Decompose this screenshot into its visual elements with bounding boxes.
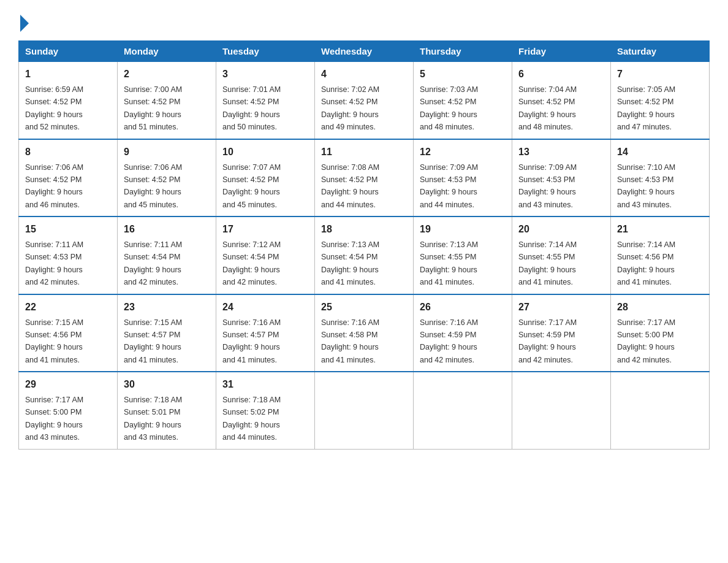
day-info: Sunrise: 7:11 AMSunset: 4:54 PMDaylight:…	[124, 240, 182, 286]
day-number: 10	[222, 145, 308, 159]
calendar-day-cell: 27 Sunrise: 7:17 AMSunset: 4:59 PMDaylig…	[512, 294, 611, 372]
calendar-day-cell: 16 Sunrise: 7:11 AMSunset: 4:54 PMDaylig…	[118, 216, 216, 294]
day-info: Sunrise: 7:16 AMSunset: 4:58 PMDaylight:…	[321, 318, 379, 364]
day-number: 19	[420, 222, 506, 237]
day-number: 14	[617, 145, 703, 159]
day-number: 12	[420, 145, 506, 159]
day-info: Sunrise: 7:13 AMSunset: 4:55 PMDaylight:…	[420, 240, 478, 286]
day-number: 24	[222, 300, 308, 315]
day-number: 27	[518, 300, 604, 315]
calendar-week-row: 15 Sunrise: 7:11 AMSunset: 4:53 PMDaylig…	[19, 216, 710, 294]
calendar-day-cell: 18 Sunrise: 7:13 AMSunset: 4:54 PMDaylig…	[315, 216, 414, 294]
day-info: Sunrise: 7:13 AMSunset: 4:54 PMDaylight:…	[321, 240, 379, 286]
weekday-header-tuesday: Tuesday	[216, 41, 315, 62]
day-number: 17	[222, 222, 308, 237]
calendar-day-cell: 23 Sunrise: 7:15 AMSunset: 4:57 PMDaylig…	[118, 294, 216, 372]
day-info: Sunrise: 7:08 AMSunset: 4:52 PMDaylight:…	[321, 163, 379, 209]
day-number: 16	[124, 222, 210, 237]
calendar-week-row: 22 Sunrise: 7:15 AMSunset: 4:56 PMDaylig…	[19, 294, 710, 372]
calendar-day-cell: 26 Sunrise: 7:16 AMSunset: 4:59 PMDaylig…	[414, 294, 512, 372]
day-info: Sunrise: 7:03 AMSunset: 4:52 PMDaylight:…	[420, 85, 478, 131]
calendar-day-cell: 20 Sunrise: 7:14 AMSunset: 4:55 PMDaylig…	[512, 216, 611, 294]
calendar-table: SundayMondayTuesdayWednesdayThursdayFrid…	[18, 40, 710, 450]
day-number: 4	[321, 67, 407, 82]
calendar-day-cell: 14 Sunrise: 7:10 AMSunset: 4:53 PMDaylig…	[611, 139, 710, 217]
day-number: 13	[518, 145, 604, 159]
day-info: Sunrise: 7:05 AMSunset: 4:52 PMDaylight:…	[617, 85, 675, 131]
calendar-day-cell: 13 Sunrise: 7:09 AMSunset: 4:53 PMDaylig…	[512, 139, 611, 217]
day-info: Sunrise: 7:11 AMSunset: 4:53 PMDaylight:…	[25, 240, 83, 286]
day-info: Sunrise: 7:01 AMSunset: 4:52 PMDaylight:…	[222, 85, 281, 131]
day-info: Sunrise: 7:15 AMSunset: 4:56 PMDaylight:…	[25, 318, 83, 364]
weekday-header-wednesday: Wednesday	[315, 41, 414, 62]
calendar-day-cell: 21 Sunrise: 7:14 AMSunset: 4:56 PMDaylig…	[611, 216, 710, 294]
day-number: 7	[617, 67, 703, 82]
day-info: Sunrise: 7:17 AMSunset: 5:00 PMDaylight:…	[617, 318, 675, 364]
day-info: Sunrise: 7:14 AMSunset: 4:56 PMDaylight:…	[617, 240, 675, 286]
calendar-day-cell: 19 Sunrise: 7:13 AMSunset: 4:55 PMDaylig…	[414, 216, 512, 294]
calendar-day-cell	[611, 372, 710, 449]
day-info: Sunrise: 7:16 AMSunset: 4:57 PMDaylight:…	[222, 318, 281, 364]
day-info: Sunrise: 7:06 AMSunset: 4:52 PMDaylight:…	[124, 163, 182, 209]
calendar-day-cell: 29 Sunrise: 7:17 AMSunset: 5:00 PMDaylig…	[19, 372, 118, 449]
day-number: 5	[420, 67, 506, 82]
day-number: 21	[617, 222, 703, 237]
calendar-day-cell: 12 Sunrise: 7:09 AMSunset: 4:53 PMDaylig…	[414, 139, 512, 217]
calendar-day-cell: 30 Sunrise: 7:18 AMSunset: 5:01 PMDaylig…	[118, 372, 216, 449]
day-number: 25	[321, 300, 407, 315]
day-info: Sunrise: 7:14 AMSunset: 4:55 PMDaylight:…	[518, 240, 577, 286]
calendar-day-cell: 10 Sunrise: 7:07 AMSunset: 4:52 PMDaylig…	[216, 139, 315, 217]
day-number: 8	[25, 145, 111, 159]
day-info: Sunrise: 7:10 AMSunset: 4:53 PMDaylight:…	[617, 163, 675, 209]
day-number: 2	[124, 67, 210, 82]
calendar-day-cell	[414, 372, 512, 449]
calendar-week-row: 1 Sunrise: 6:59 AMSunset: 4:52 PMDayligh…	[19, 62, 710, 139]
calendar-day-cell: 8 Sunrise: 7:06 AMSunset: 4:52 PMDayligh…	[19, 139, 118, 217]
day-info: Sunrise: 7:07 AMSunset: 4:52 PMDaylight:…	[222, 163, 281, 209]
calendar-day-cell: 6 Sunrise: 7:04 AMSunset: 4:52 PMDayligh…	[512, 62, 611, 139]
day-info: Sunrise: 7:12 AMSunset: 4:54 PMDaylight:…	[222, 240, 281, 286]
day-number: 3	[222, 67, 308, 82]
day-number: 26	[420, 300, 506, 315]
weekday-header-sunday: Sunday	[19, 41, 118, 62]
weekday-header-row: SundayMondayTuesdayWednesdayThursdayFrid…	[19, 41, 710, 62]
day-number: 11	[321, 145, 407, 159]
calendar-day-cell: 17 Sunrise: 7:12 AMSunset: 4:54 PMDaylig…	[216, 216, 315, 294]
day-info: Sunrise: 7:09 AMSunset: 4:53 PMDaylight:…	[518, 163, 577, 209]
calendar-day-cell: 25 Sunrise: 7:16 AMSunset: 4:58 PMDaylig…	[315, 294, 414, 372]
day-info: Sunrise: 7:09 AMSunset: 4:53 PMDaylight:…	[420, 163, 478, 209]
day-number: 22	[25, 300, 111, 315]
day-info: Sunrise: 7:17 AMSunset: 4:59 PMDaylight:…	[518, 318, 577, 364]
day-number: 20	[518, 222, 604, 237]
day-info: Sunrise: 7:04 AMSunset: 4:52 PMDaylight:…	[518, 85, 577, 131]
weekday-header-thursday: Thursday	[414, 41, 512, 62]
calendar-day-cell: 24 Sunrise: 7:16 AMSunset: 4:57 PMDaylig…	[216, 294, 315, 372]
calendar-day-cell: 7 Sunrise: 7:05 AMSunset: 4:52 PMDayligh…	[611, 62, 710, 139]
day-info: Sunrise: 6:59 AMSunset: 4:52 PMDaylight:…	[25, 85, 83, 131]
day-number: 18	[321, 222, 407, 237]
calendar-day-cell: 9 Sunrise: 7:06 AMSunset: 4:52 PMDayligh…	[118, 139, 216, 217]
weekday-header-saturday: Saturday	[611, 41, 710, 62]
day-info: Sunrise: 7:15 AMSunset: 4:57 PMDaylight:…	[124, 318, 182, 364]
day-info: Sunrise: 7:17 AMSunset: 5:00 PMDaylight:…	[25, 396, 83, 442]
page-header	[18, 12, 710, 28]
day-info: Sunrise: 7:06 AMSunset: 4:52 PMDaylight:…	[25, 163, 83, 209]
calendar-day-cell: 22 Sunrise: 7:15 AMSunset: 4:56 PMDaylig…	[19, 294, 118, 372]
calendar-day-cell	[315, 372, 414, 449]
calendar-day-cell: 15 Sunrise: 7:11 AMSunset: 4:53 PMDaylig…	[19, 216, 118, 294]
day-number: 28	[617, 300, 703, 315]
calendar-week-row: 29 Sunrise: 7:17 AMSunset: 5:00 PMDaylig…	[19, 372, 710, 449]
weekday-header-monday: Monday	[118, 41, 216, 62]
logo	[18, 12, 29, 28]
calendar-day-cell: 4 Sunrise: 7:02 AMSunset: 4:52 PMDayligh…	[315, 62, 414, 139]
day-info: Sunrise: 7:00 AMSunset: 4:52 PMDaylight:…	[124, 85, 182, 131]
calendar-day-cell: 31 Sunrise: 7:18 AMSunset: 5:02 PMDaylig…	[216, 372, 315, 449]
day-info: Sunrise: 7:16 AMSunset: 4:59 PMDaylight:…	[420, 318, 478, 364]
day-info: Sunrise: 7:18 AMSunset: 5:02 PMDaylight:…	[222, 396, 281, 442]
day-number: 1	[25, 67, 111, 82]
day-info: Sunrise: 7:02 AMSunset: 4:52 PMDaylight:…	[321, 85, 379, 131]
calendar-day-cell: 1 Sunrise: 6:59 AMSunset: 4:52 PMDayligh…	[19, 62, 118, 139]
calendar-day-cell: 3 Sunrise: 7:01 AMSunset: 4:52 PMDayligh…	[216, 62, 315, 139]
day-number: 31	[222, 377, 308, 392]
day-number: 30	[124, 377, 210, 392]
